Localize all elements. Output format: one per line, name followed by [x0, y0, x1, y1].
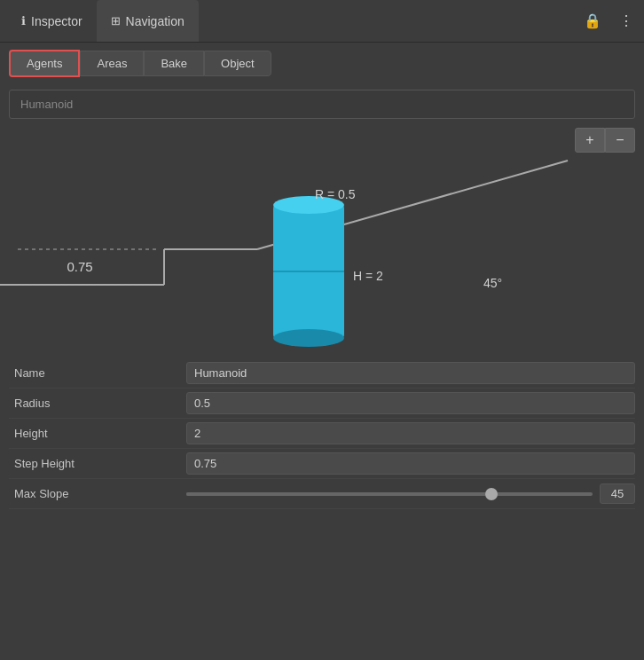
tab-navigation[interactable]: ⊞ Navigation	[97, 0, 199, 42]
prop-row-max-slope: Max Slope 45	[9, 479, 635, 509]
step-height-label: 0.75	[67, 259, 92, 274]
step-height-label: Step Height	[9, 457, 186, 470]
height-label: Height	[9, 427, 186, 440]
slider-fill	[186, 492, 491, 496]
radius-label: Radius	[9, 397, 186, 410]
add-agent-button[interactable]: +	[575, 128, 605, 153]
remove-agent-button[interactable]: −	[605, 128, 635, 153]
agent-dropdown[interactable]: Humanoid	[9, 90, 635, 119]
angle-label: 45°	[483, 276, 502, 290]
subtab-agents[interactable]: Agents	[9, 50, 80, 77]
radius-label: R = 0.5	[315, 187, 356, 201]
name-value[interactable]: Humanoid	[186, 362, 635, 384]
properties-table: Name Humanoid Radius 0.5 Height 2 Step H…	[0, 351, 644, 516]
subtab-object[interactable]: Object	[204, 51, 271, 76]
slider-thumb[interactable]	[485, 488, 498, 500]
max-slope-slider-container: 45	[186, 483, 635, 504]
more-button[interactable]: ⋮	[616, 9, 637, 33]
inspector-icon: ℹ	[21, 14, 26, 28]
subtab-areas[interactable]: Areas	[80, 51, 144, 76]
tab-bar: ℹ Inspector ⊞ Navigation 🔒 ⋮	[0, 0, 644, 43]
prop-row-radius: Radius 0.5	[9, 389, 635, 419]
max-slope-label: Max Slope	[9, 487, 186, 500]
plus-minus-row: + −	[0, 124, 644, 156]
agent-diagram: 0.75 R = 0.5 H = 2 45°	[0, 156, 644, 351]
prop-row-height: Height 2	[9, 419, 635, 449]
radius-value[interactable]: 0.5	[186, 392, 635, 414]
step-height-value[interactable]: 0.75	[186, 452, 635, 475]
slider-track[interactable]	[186, 492, 593, 496]
lock-button[interactable]: 🔒	[580, 9, 605, 33]
height-label: H = 2	[353, 269, 383, 283]
name-label: Name	[9, 366, 186, 380]
navigation-icon: ⊞	[111, 14, 121, 28]
max-slope-value[interactable]: 45	[600, 483, 635, 504]
svg-point-9	[273, 329, 344, 347]
subtab-bake[interactable]: Bake	[144, 51, 204, 76]
prop-row-name: Name Humanoid	[9, 358, 635, 389]
tab-inspector[interactable]: ℹ Inspector	[7, 0, 97, 42]
header-actions: 🔒 ⋮	[580, 9, 637, 33]
subtab-row: Agents Areas Bake Object	[0, 43, 644, 84]
height-value[interactable]: 2	[186, 422, 635, 444]
navigation-tab-label: Navigation	[126, 14, 185, 28]
inspector-tab-label: Inspector	[31, 14, 82, 28]
prop-row-step-height: Step Height 0.75	[9, 449, 635, 479]
diagram-area: 0.75 R = 0.5 H = 2 45°	[0, 156, 644, 351]
